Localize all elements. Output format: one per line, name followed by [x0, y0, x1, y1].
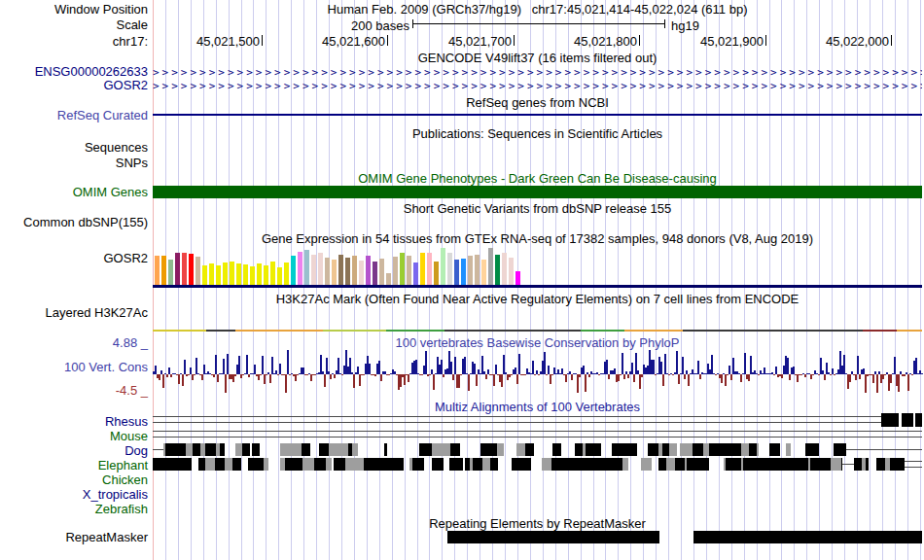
dog-align-blocks — [432, 443, 443, 456]
dog-align-line — [153, 449, 163, 450]
phylop-positive-bar — [441, 360, 443, 374]
phylop-negative-bar — [804, 374, 806, 377]
window-position-label: Window Position — [54, 3, 148, 16]
phylop-negative-bar — [872, 374, 874, 383]
phylop-negative-bar — [812, 374, 814, 375]
phylop-negative-bar — [194, 374, 195, 375]
dog-align-blocks — [834, 443, 845, 456]
phylop-positive-bar — [168, 368, 170, 374]
species-label-x_tropicalis[interactable]: X_tropicalis — [83, 488, 148, 501]
omim-gene-item[interactable] — [153, 186, 922, 198]
elephant-align-blocks — [743, 458, 750, 471]
dog-align-blocks — [319, 443, 329, 456]
elephant-align-blocks — [490, 458, 498, 471]
gene-item-gosr2-arrows[interactable]: >>>>>>>>>>>>>>>>>>>>>>>>>>>>>>>>>>>>>>>>… — [153, 81, 922, 91]
gtex-tissue-bar — [318, 253, 323, 285]
elephant-align-line — [905, 467, 922, 468]
dog-align-blocks — [621, 443, 633, 456]
phylop-positive-bar — [223, 359, 225, 374]
layered-h3k27ac-label[interactable]: Layered H3K27Ac — [45, 306, 148, 319]
phylop-negative-bar — [534, 374, 536, 375]
species-label-chicken[interactable]: Chicken — [102, 473, 148, 486]
phylop-positive-bar — [195, 358, 197, 374]
elephant-align-blocks — [699, 458, 709, 471]
repeatmasker-item[interactable] — [447, 531, 659, 543]
dog-align-blocks — [337, 443, 348, 456]
species-label-dog[interactable]: Dog — [124, 444, 148, 457]
gtex-tissue-bar — [345, 258, 350, 285]
phylop-negative-bar — [452, 374, 454, 380]
elephant-align-blocks — [890, 458, 898, 471]
dog-align-line — [846, 449, 922, 450]
ruler-tick-mark — [387, 35, 388, 46]
gene-label-ensg[interactable]: ENSG00000262633 — [35, 65, 148, 78]
phylop-positive-bar — [631, 363, 633, 374]
omim-genes-label[interactable]: OMIM Genes — [73, 186, 148, 198]
gtex-gene-label[interactable]: GOSR2 — [103, 252, 148, 264]
phylop-negative-bar — [623, 374, 625, 379]
species-label-rhesus[interactable]: Rhesus — [105, 415, 148, 428]
elephant-align-blocks — [183, 458, 192, 471]
phylop-positive-bar — [287, 350, 289, 374]
elephant-align-line — [842, 464, 854, 465]
gene-label-gosr2[interactable]: GOSR2 — [103, 79, 148, 91]
dog-align-blocks — [205, 443, 216, 456]
dog-align-blocks — [662, 443, 669, 456]
dog-align-blocks — [633, 443, 637, 456]
elephant-align-blocks — [528, 458, 531, 471]
gtex-tissue-bar — [427, 253, 432, 285]
rhesus-align-block — [902, 413, 913, 427]
phylop-positive-bar — [518, 354, 520, 374]
gtex-tissue-bar — [155, 256, 160, 285]
elephant-align-blocks — [610, 458, 620, 471]
ruler-tick-label: 45,021,800 — [563, 35, 637, 48]
phylop-positive-bar — [532, 361, 534, 374]
gtex-tissue-bar — [223, 262, 228, 285]
phylop-negative-bar — [511, 374, 513, 375]
phylop-positive-bar — [254, 365, 256, 374]
phylop-positive-bar — [425, 351, 427, 374]
publications-sequences-label[interactable]: Sequences — [85, 141, 148, 154]
refseq-curated-label[interactable]: RefSeq Curated — [57, 109, 148, 122]
ruler-tick-label: 45,021,700 — [438, 35, 512, 48]
phylop-positive-bar — [155, 366, 157, 374]
elephant-align-blocks — [734, 458, 741, 471]
phylop-negative-bar — [579, 374, 581, 377]
species-label-elephant[interactable]: Elephant — [98, 459, 148, 472]
phylop-negative-bar — [758, 374, 760, 375]
assembly-position-title: Human Feb. 2009 (GRCh37/hg19) chr17:45,0… — [153, 3, 922, 16]
dog-align-blocks — [295, 443, 302, 456]
phylop-positive-bar — [271, 357, 273, 374]
species-label-zebrafish[interactable]: Zebrafish — [95, 503, 148, 515]
phylop-negative-bar — [585, 374, 586, 392]
repeatmasker-item[interactable] — [693, 531, 922, 543]
phylop-negative-bar — [668, 374, 670, 375]
phylop-positive-bar — [793, 367, 795, 374]
phylop-negative-bar — [178, 374, 180, 384]
phylop-negative-bar — [884, 374, 886, 375]
phylop-negative-bar — [264, 374, 266, 384]
repeatmasker-label[interactable]: RepeatMasker — [65, 531, 148, 543]
phylop-negative-bar — [855, 374, 857, 380]
refseq-gene-item[interactable] — [153, 114, 922, 116]
elephant-align-blocks — [784, 458, 791, 471]
elephant-align-blocks — [854, 458, 862, 471]
phylop-negative-bar — [201, 374, 203, 380]
gene-item-ensg-arrows[interactable]: >>>>>>>>>>>>>>>>>>>>>>>>>>>>>>>>>>>>>>>>… — [153, 67, 922, 78]
phylop-track-label[interactable]: 100 Vert. Cons — [64, 361, 148, 373]
gtex-tissue-bar — [264, 265, 268, 285]
gtex-tissue-bar — [195, 257, 200, 285]
common-dbsnp-label[interactable]: Common dbSNP(155) — [23, 216, 148, 228]
species-label-mouse[interactable]: Mouse — [110, 430, 148, 442]
phylop-negative-bar — [627, 374, 629, 378]
phylop-positive-bar — [378, 361, 380, 374]
gtex-tissue-bar — [468, 256, 473, 285]
elephant-align-blocks — [771, 458, 784, 471]
phylop-negative-bar — [297, 374, 299, 375]
gtex-tissue-bar — [475, 255, 480, 285]
phylop-positive-bar — [894, 357, 896, 374]
gtex-tissue-bar — [352, 256, 357, 285]
dog-align-blocks — [304, 443, 310, 456]
phylop-negative-bar — [353, 374, 355, 388]
publications-snps-label[interactable]: SNPs — [116, 157, 148, 169]
